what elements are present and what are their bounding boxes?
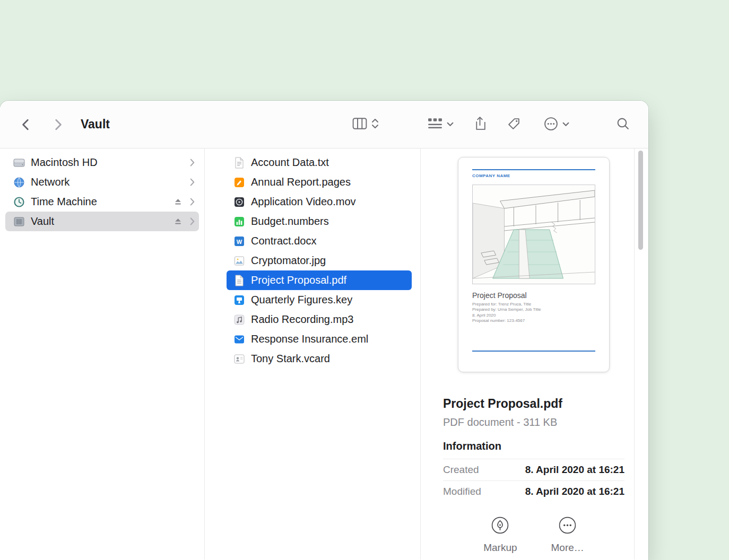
vault-icon <box>13 215 25 228</box>
file-row-radio-recording-mp3[interactable]: Radio Recording.mp3 <box>227 310 412 329</box>
sidebar-item-time-machine[interactable]: Time Machine <box>5 192 199 212</box>
chevron-down-icon <box>562 122 569 127</box>
updown-chevrons-icon <box>371 117 379 132</box>
tag-button[interactable] <box>507 117 520 132</box>
scrollbar-thumb[interactable] <box>638 151 643 250</box>
more-actions-button[interactable] <box>544 117 569 133</box>
file-row-account-data-txt[interactable]: Account Data.txt <box>227 153 412 172</box>
sidebar-item-network[interactable]: Network <box>5 172 199 192</box>
forward-button[interactable] <box>51 118 65 132</box>
time-machine-icon <box>13 196 25 208</box>
file-name: Annual Report.pages <box>251 176 351 188</box>
window-title: Vault <box>81 117 110 132</box>
file-row-tony-stark-vcard[interactable]: Tony Stark.vcard <box>227 349 412 369</box>
information-heading: Information <box>443 440 624 452</box>
info-row-label: Modified <box>443 486 481 497</box>
pdf-file-icon <box>233 275 245 286</box>
toolbar: Vault <box>0 101 648 148</box>
more-label: More… <box>551 542 584 554</box>
hard-drive-icon <box>13 156 25 169</box>
vcard-file-icon <box>233 353 245 365</box>
chevron-right-icon[interactable] <box>190 159 195 167</box>
eject-icon[interactable] <box>173 217 183 226</box>
more-circle-icon <box>544 117 558 133</box>
file-name: Account Data.txt <box>251 156 329 169</box>
document-meta: Prepared for: Trenz Pruca, TitlePrepared… <box>472 302 595 324</box>
share-icon <box>474 116 486 133</box>
file-row-project-proposal-pdf[interactable]: Project Proposal.pdf <box>227 270 412 290</box>
information-rows: Created 8. April 2020 at 16:21 Modified … <box>443 459 624 502</box>
pdf-preview-thumbnail: COMPANY NAME <box>458 157 610 372</box>
file-name: Budget.numbers <box>251 215 329 228</box>
sidebar-item-label: Vault <box>31 215 168 228</box>
file-name: Response Insurance.eml <box>251 333 368 345</box>
search-button[interactable] <box>616 117 630 133</box>
finder-window: Vault <box>0 101 648 560</box>
chevron-down-icon <box>447 122 454 127</box>
sidebar-item-vault[interactable]: Vault <box>5 212 199 231</box>
sidebar-item-label: Time Machine <box>31 196 168 208</box>
file-name: Radio Recording.mp3 <box>251 313 353 326</box>
document-bottom-rule <box>472 351 595 352</box>
info-row-modified: Modified 8. April 2020 at 16:21 <box>443 480 624 502</box>
mov-file-icon <box>233 196 245 208</box>
eject-icon[interactable] <box>173 197 183 206</box>
file-name: Tony Stark.vcard <box>251 353 330 365</box>
group-by-button[interactable] <box>428 117 454 132</box>
pages-file-icon <box>233 177 245 188</box>
preview-file-name: Project Proposal.pdf <box>443 397 624 411</box>
markup-label: Markup <box>483 542 517 554</box>
sidebar-item-macintosh-hd[interactable]: Macintosh HD <box>5 153 199 172</box>
file-row-quarterly-figures-key[interactable]: Quarterly Figures.key <box>227 290 412 310</box>
file-name: Project Proposal.pdf <box>251 274 346 286</box>
share-button[interactable] <box>474 116 486 133</box>
more-icon <box>558 516 577 537</box>
network-globe-icon <box>13 176 25 189</box>
jpg-file-icon <box>233 255 245 267</box>
document-company-name: COMPANY NAME <box>472 173 595 178</box>
back-button[interactable] <box>19 118 33 132</box>
numbers-file-icon <box>233 216 245 228</box>
tag-icon <box>507 117 520 132</box>
document-meta-line: Prepared by: Urna Semper, Job Title <box>472 307 595 312</box>
document-meta-line: Prepared for: Trenz Pruca, Title <box>472 302 595 307</box>
docx-file-icon: W <box>233 235 245 247</box>
info-row-created: Created 8. April 2020 at 16:21 <box>443 459 624 480</box>
file-row-response-insurance-eml[interactable]: Response Insurance.eml <box>227 329 412 349</box>
document-cover-image <box>472 185 595 284</box>
info-row-value: 8. April 2020 at 16:21 <box>525 486 624 497</box>
sidebar-item-label: Macintosh HD <box>31 156 185 169</box>
file-row-annual-report-pages[interactable]: Annual Report.pages <box>227 172 412 192</box>
more-button[interactable]: More… <box>551 516 584 554</box>
column-view-button[interactable] <box>352 117 367 132</box>
document-meta-line: 8. April 2020 <box>472 313 595 318</box>
info-row-value: 8. April 2020 at 16:21 <box>525 464 624 476</box>
sidebar: Macintosh HD Network Time Machine Vault <box>0 148 205 559</box>
view-options-button[interactable] <box>371 117 379 132</box>
window-content: Macintosh HD Network Time Machine Vault … <box>0 148 648 559</box>
file-name: Quarterly Figures.key <box>251 294 352 306</box>
svg-text:W: W <box>236 238 242 244</box>
file-row-application-video-mov[interactable]: Application Video.mov <box>227 192 412 212</box>
search-icon <box>616 117 630 133</box>
chevron-right-icon[interactable] <box>190 178 195 186</box>
file-list-column: Account Data.txt Annual Report.pages App… <box>205 148 421 559</box>
column-view-icon <box>352 117 367 132</box>
preview-column: COMPANY NAME <box>421 148 634 559</box>
group-by-icon <box>428 117 442 132</box>
file-row-cryptomator-jpg[interactable]: Cryptomator.jpg <box>227 251 412 270</box>
txt-file-icon <box>233 157 245 169</box>
document-meta-line: Proposal number: 123-4567 <box>472 318 595 323</box>
preview-actions: Markup More… <box>443 516 624 554</box>
scrollbar-track[interactable] <box>634 148 648 559</box>
file-name: Cryptomator.jpg <box>251 255 326 267</box>
chevron-right-icon[interactable] <box>190 217 195 225</box>
file-name: Application Video.mov <box>251 196 356 208</box>
file-name: Contract.docx <box>251 235 316 247</box>
chevron-right-icon[interactable] <box>190 198 195 206</box>
file-row-budget-numbers[interactable]: Budget.numbers <box>227 212 412 231</box>
file-row-contract-docx[interactable]: W Contract.docx <box>227 231 412 251</box>
key-file-icon <box>233 294 245 306</box>
markup-button[interactable]: Markup <box>483 516 517 554</box>
info-row-label: Created <box>443 464 479 476</box>
